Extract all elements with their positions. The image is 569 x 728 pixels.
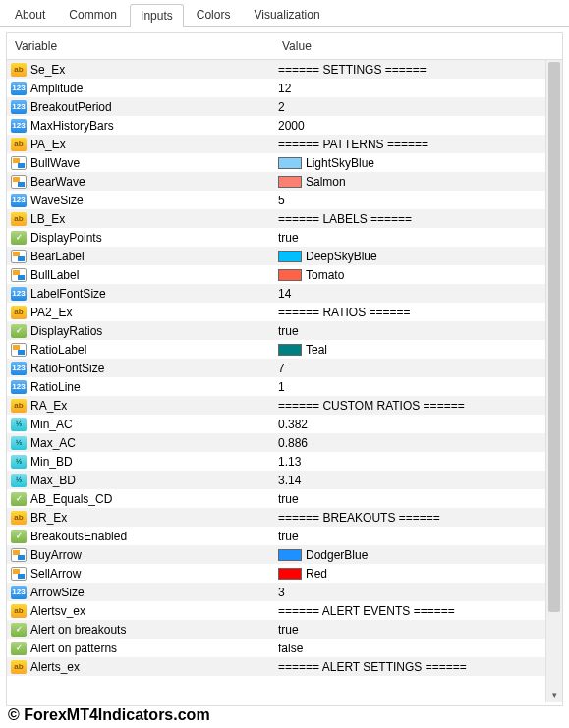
inputs-panel: Variable Value abSe_Ex====== SETTINGS ==… — [6, 32, 563, 706]
variable-name: DisplayPoints — [30, 231, 102, 245]
value-text: 2000 — [278, 119, 305, 133]
value-text: ====== LABELS ====== — [278, 212, 412, 226]
table-row[interactable]: ✓AB_Equals_CDtrue — [7, 489, 545, 508]
color-type-icon — [11, 175, 27, 189]
table-row[interactable]: ✓BreakoutsEnabledtrue — [7, 527, 545, 545]
color-type-icon — [11, 567, 27, 581]
tab-common[interactable]: Common — [58, 3, 128, 26]
table-row[interactable]: 123ArrowSize3 — [7, 583, 545, 601]
table-row[interactable]: BullLabelTomato — [7, 265, 545, 284]
bool-type-icon: ✓ — [11, 492, 27, 506]
variable-name: Min_BD — [30, 455, 73, 469]
table-row[interactable]: BuyArrowDodgerBlue — [7, 545, 545, 564]
tab-about[interactable]: About — [4, 3, 56, 26]
color-type-icon — [11, 343, 27, 357]
value-text: true — [278, 530, 299, 543]
value-text: DodgerBlue — [306, 548, 368, 562]
value-text: ====== CUSTOM RATIOS ====== — [278, 399, 465, 413]
table-row[interactable]: abRA_Ex====== CUSTOM RATIOS ====== — [7, 396, 545, 415]
variable-name: Min_AC — [30, 418, 73, 431]
table-row[interactable]: ½Max_AC0.886 — [7, 433, 545, 452]
variable-name: RatioLine — [30, 380, 81, 394]
value-text: 2 — [278, 100, 285, 114]
inputs-grid-body: abSe_Ex====== SETTINGS ======123Amplitud… — [7, 60, 545, 676]
tab-visualization[interactable]: Visualization — [243, 3, 330, 26]
table-row[interactable]: 123RatioLine1 — [7, 377, 545, 396]
table-row[interactable]: ½Max_BD3.14 — [7, 471, 545, 489]
col-header-variable[interactable]: Variable — [7, 33, 274, 60]
table-row[interactable]: ✓DisplayPointstrue — [7, 228, 545, 247]
table-row[interactable]: abBR_Ex====== BREAKOUTS ====== — [7, 508, 545, 527]
value-text: ====== PATTERNS ====== — [278, 138, 428, 151]
color-type-icon — [11, 268, 27, 282]
scroll-down-icon[interactable]: ▾ — [546, 686, 562, 702]
scrollbar[interactable]: ▾ — [545, 60, 562, 702]
table-row[interactable]: ½Min_AC0.382 — [7, 415, 545, 433]
table-row[interactable]: SellArrowRed — [7, 564, 545, 583]
variable-name: LB_Ex — [30, 212, 65, 226]
table-row[interactable]: ✓Alert on breakoutstrue — [7, 620, 545, 639]
value-text: LightSkyBlue — [306, 156, 374, 170]
color-swatch — [278, 269, 302, 281]
col-header-value[interactable]: Value — [274, 33, 562, 60]
str-type-icon: ab — [11, 138, 27, 151]
table-row[interactable]: BearWaveSalmon — [7, 172, 545, 191]
table-row[interactable]: abAlertsv_ex====== ALERT EVENTS ====== — [7, 601, 545, 620]
table-row[interactable]: abLB_Ex====== LABELS ====== — [7, 209, 545, 228]
value-text: ====== BREAKOUTS ====== — [278, 511, 440, 525]
tab-inputs[interactable]: Inputs — [130, 4, 184, 27]
color-type-icon — [11, 156, 27, 170]
variable-name: Alerts_ex — [30, 660, 80, 674]
table-row[interactable]: BearLabelDeepSkyBlue — [7, 247, 545, 265]
value-text: true — [278, 231, 299, 245]
value-text: DeepSkyBlue — [306, 250, 377, 263]
table-row[interactable]: 123LabelFontSize14 — [7, 284, 545, 303]
color-swatch — [278, 251, 302, 262]
variable-name: MaxHistoryBars — [30, 119, 114, 133]
str-type-icon: ab — [11, 212, 27, 226]
tabs: AboutCommonInputsColorsVisualization — [0, 0, 569, 27]
table-row[interactable]: 123BreakoutPeriod2 — [7, 97, 545, 116]
tab-colors[interactable]: Colors — [186, 3, 242, 26]
variable-name: Alert on breakouts — [30, 623, 126, 637]
value-text: 1 — [278, 380, 285, 394]
table-row[interactable]: ½Min_BD1.13 — [7, 452, 545, 471]
variable-name: RatioLabel — [30, 343, 86, 357]
value-text: 12 — [278, 82, 291, 95]
dbl-type-icon: ½ — [11, 436, 27, 450]
color-type-icon — [11, 250, 27, 263]
table-row[interactable]: 123RatioFontSize7 — [7, 359, 545, 377]
table-row[interactable]: RatioLabelTeal — [7, 340, 545, 359]
table-row[interactable]: ✓DisplayRatiostrue — [7, 321, 545, 340]
table-row[interactable]: 123Amplitude12 — [7, 79, 545, 97]
color-swatch — [278, 176, 302, 188]
dbl-type-icon: ½ — [11, 418, 27, 431]
table-row[interactable]: abAlerts_ex====== ALERT SETTINGS ====== — [7, 657, 545, 676]
scroll-thumb[interactable] — [548, 62, 560, 612]
value-text: true — [278, 324, 299, 338]
str-type-icon: ab — [11, 399, 27, 413]
value-text: Salmon — [306, 175, 346, 189]
table-row[interactable]: abPA_Ex====== PATTERNS ====== — [7, 135, 545, 153]
table-row[interactable]: abPA2_Ex====== RATIOS ====== — [7, 303, 545, 321]
variable-name: Max_AC — [30, 436, 76, 450]
value-text: ====== ALERT SETTINGS ====== — [278, 660, 467, 674]
value-text: ====== SETTINGS ====== — [278, 63, 427, 77]
variable-name: Se_Ex — [30, 63, 65, 77]
int-type-icon: 123 — [11, 119, 27, 133]
table-row[interactable]: BullWaveLightSkyBlue — [7, 153, 545, 172]
table-row[interactable]: ✓Alert on patternsfalse — [7, 639, 545, 657]
table-row[interactable]: abSe_Ex====== SETTINGS ====== — [7, 60, 545, 79]
bool-type-icon: ✓ — [11, 642, 27, 655]
table-row[interactable]: 123MaxHistoryBars2000 — [7, 116, 545, 135]
variable-name: RA_Ex — [30, 399, 67, 413]
dbl-type-icon: ½ — [11, 455, 27, 469]
int-type-icon: 123 — [11, 586, 27, 599]
variable-name: BearWave — [30, 175, 85, 189]
variable-name: Max_BD — [30, 474, 76, 487]
variable-name: BearLabel — [30, 250, 85, 263]
table-row[interactable]: 123WaveSize5 — [7, 191, 545, 209]
value-text: 3 — [278, 586, 285, 599]
variable-name: AB_Equals_CD — [30, 492, 112, 506]
int-type-icon: 123 — [11, 82, 27, 95]
